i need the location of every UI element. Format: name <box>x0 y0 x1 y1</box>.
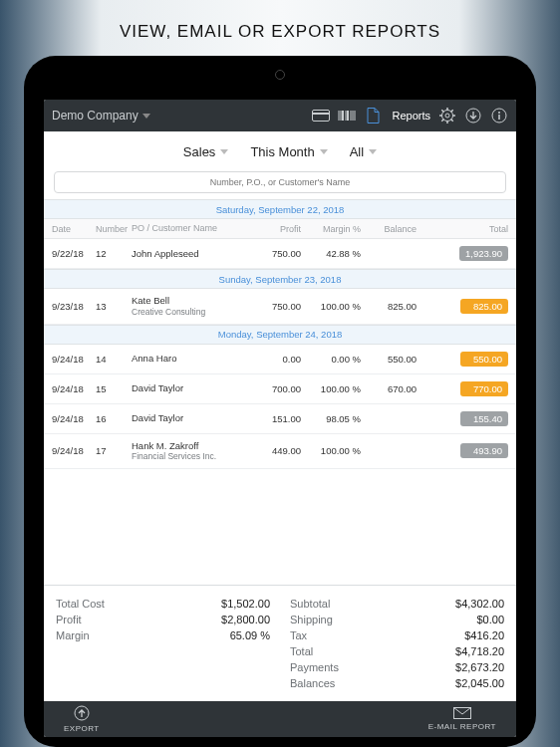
cell-total: 1,923.90 <box>417 246 508 261</box>
email-report-button[interactable]: E-MAIL REPORT <box>428 707 496 731</box>
gear-icon[interactable] <box>438 107 456 124</box>
cell-date: 9/24/18 <box>52 413 96 424</box>
cell-date: 9/24/18 <box>52 383 96 394</box>
cell-date: 9/24/18 <box>52 445 96 456</box>
summary-line: Total$4,718.20 <box>290 643 504 659</box>
cell-customer: Kate BellCreative Consulting <box>132 295 251 318</box>
cell-number: 13 <box>96 301 132 312</box>
chevron-down-icon <box>142 114 150 119</box>
export-button[interactable]: EXPORT <box>64 705 100 733</box>
cell-customer: David Taylor <box>132 412 251 424</box>
cell-profit: 700.00 <box>251 383 301 394</box>
cell-balance: 670.00 <box>361 383 417 394</box>
report-table: Saturday, September 22, 2018 DateNumber … <box>44 199 516 585</box>
table-row[interactable]: 9/22/18 12 John Appleseed 750.00 42.88 %… <box>44 239 516 269</box>
date-section-header: Saturday, September 22, 2018 <box>44 199 516 219</box>
summary-line: Payments$2,673.20 <box>290 659 504 675</box>
cell-number: 16 <box>96 413 132 424</box>
date-section-header: Sunday, September 23, 2018 <box>44 269 516 289</box>
cell-total: 493.90 <box>417 443 508 458</box>
summary-line: Profit$2,800.00 <box>56 612 270 627</box>
cell-customer: John Appleseed <box>132 248 251 260</box>
cell-customer: David Taylor <box>132 382 251 394</box>
cell-customer: Hank M. ZakroffFinancial Services Inc. <box>132 440 251 463</box>
cell-total: 825.00 <box>417 299 508 314</box>
card-icon[interactable] <box>312 107 330 124</box>
summary-line: Tax$416.20 <box>290 627 504 643</box>
summary-line: Subtotal$4,302.00 <box>290 596 504 612</box>
cell-total: 155.40 <box>417 411 508 426</box>
table-row[interactable]: 9/24/18 16 David Taylor 151.00 98.05 % 1… <box>44 404 516 434</box>
table-row[interactable]: 9/24/18 17 Hank M. ZakroffFinancial Serv… <box>44 434 516 470</box>
barcode-icon[interactable] <box>338 107 356 124</box>
app-footer: EXPORT E-MAIL REPORT <box>44 701 516 737</box>
chevron-down-icon <box>369 149 377 154</box>
document-icon[interactable] <box>364 107 382 124</box>
cell-number: 17 <box>96 445 132 456</box>
svg-rect-1 <box>313 113 330 115</box>
filter-period[interactable]: This Month <box>250 144 327 159</box>
cell-profit: 151.00 <box>251 413 301 424</box>
cell-profit: 449.00 <box>251 445 301 456</box>
info-icon[interactable] <box>490 107 508 124</box>
filter-row: Sales This Month All <box>44 131 516 171</box>
cell-balance: 825.00 <box>361 301 417 312</box>
cell-margin: 98.05 % <box>301 413 361 424</box>
cell-profit: 0.00 <box>251 354 301 365</box>
summary-line: Total Cost$1,502.00 <box>56 596 270 612</box>
reports-label: Reports <box>392 110 430 122</box>
table-row[interactable]: 9/24/18 15 David Taylor 700.00 100.00 % … <box>44 374 516 404</box>
summary-line: Balances$2,045.00 <box>290 675 504 691</box>
cell-profit: 750.00 <box>251 301 301 312</box>
company-dropdown[interactable]: Demo Company <box>52 109 150 123</box>
summary-left: Total Cost$1,502.00Profit$2,800.00Margin… <box>56 596 270 691</box>
cell-total: 550.00 <box>417 352 508 367</box>
company-name: Demo Company <box>52 109 139 123</box>
svg-line-18 <box>451 110 453 112</box>
chevron-down-icon <box>320 149 328 154</box>
summary-line: Shipping$0.00 <box>290 612 504 627</box>
mail-icon <box>453 707 471 721</box>
cell-margin: 42.88 % <box>301 248 361 259</box>
cell-date: 9/23/18 <box>52 301 96 312</box>
marketing-banner: VIEW, EMAIL OR EXPORT REPORTS <box>0 0 560 54</box>
camera-dot <box>275 70 285 80</box>
app-header: Demo Company Reports <box>44 100 516 131</box>
chevron-down-icon <box>220 149 228 154</box>
export-icon <box>74 705 90 723</box>
svg-line-16 <box>441 110 443 112</box>
search-input[interactable] <box>54 171 506 193</box>
cell-margin: 100.00 % <box>301 445 361 456</box>
cell-date: 9/24/18 <box>52 354 96 365</box>
svg-line-19 <box>441 120 443 122</box>
cell-margin: 100.00 % <box>301 383 361 394</box>
cell-margin: 0.00 % <box>301 354 361 365</box>
column-headers: DateNumber PO / Customer NameProfit Marg… <box>44 219 516 239</box>
summary-panel: Total Cost$1,502.00Profit$2,800.00Margin… <box>44 585 516 701</box>
filter-type[interactable]: Sales <box>183 144 229 159</box>
date-section-header: Monday, September 24, 2018 <box>44 325 516 345</box>
cell-total: 770.00 <box>417 381 508 396</box>
cell-margin: 100.00 % <box>301 301 361 312</box>
svg-line-17 <box>451 120 453 122</box>
cell-profit: 750.00 <box>251 248 301 259</box>
filter-scope[interactable]: All <box>350 144 377 159</box>
download-icon[interactable] <box>464 107 482 124</box>
summary-right: Subtotal$4,302.00Shipping$0.00Tax$416.20… <box>290 596 504 691</box>
tablet-frame: Demo Company Reports <box>24 56 536 747</box>
cell-number: 12 <box>96 248 132 259</box>
svg-point-11 <box>445 114 449 118</box>
cell-number: 14 <box>96 354 132 365</box>
cell-number: 15 <box>96 383 132 394</box>
cell-customer: Anna Haro <box>132 353 251 365</box>
table-row[interactable]: 9/23/18 13 Kate BellCreative Consulting … <box>44 289 516 325</box>
cell-date: 9/22/18 <box>52 248 96 259</box>
svg-rect-0 <box>313 111 330 122</box>
summary-line: Margin65.09 % <box>56 627 270 643</box>
app-screen: Demo Company Reports <box>44 100 516 737</box>
svg-point-22 <box>498 112 500 114</box>
cell-balance: 550.00 <box>361 354 417 365</box>
table-row[interactable]: 9/24/18 14 Anna Haro 0.00 0.00 % 550.00 … <box>44 345 516 374</box>
